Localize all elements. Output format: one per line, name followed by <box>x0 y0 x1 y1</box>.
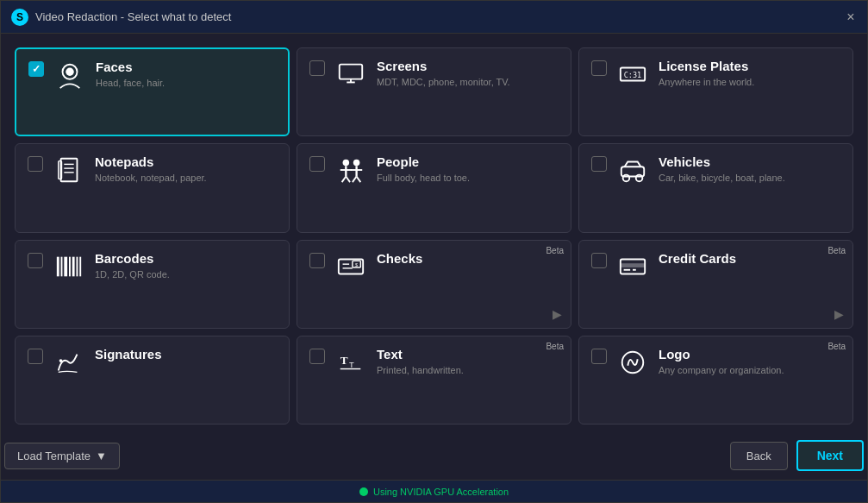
card-notepads-desc: Notebook, notepad, paper. <box>95 172 277 184</box>
svg-text:C:31: C:31 <box>624 71 641 79</box>
card-notepads[interactable]: Notepads Notebook, notepad, paper. <box>15 143 290 232</box>
card-barcodes-title: Barcodes <box>95 251 277 266</box>
svg-line-20 <box>353 177 357 183</box>
checkbox-vehicles[interactable] <box>591 156 607 172</box>
credit-cards-beta-badge: Beta <box>827 246 846 255</box>
checkbox-checks[interactable] <box>309 253 325 268</box>
status-bar: Using NVIDIA GPU Acceleration <box>1 480 867 502</box>
card-faces-info: Faces Head, face, hair. <box>96 60 276 89</box>
face-icon <box>54 60 85 91</box>
card-signatures[interactable]: Signatures <box>15 336 290 424</box>
checkbox-faces[interactable] <box>28 61 44 77</box>
card-logo-title: Logo <box>659 347 840 362</box>
card-screens[interactable]: Screens MDT, MDC, phone, monitor, TV. <box>297 47 571 136</box>
card-text[interactable]: Beta T T Text Printed, handwritten. <box>297 336 571 424</box>
gpu-status-text: Using NVIDIA GPU Acceleration <box>373 487 509 497</box>
gpu-status-icon <box>359 487 368 496</box>
svg-rect-29 <box>72 256 75 276</box>
card-people[interactable]: People Full body, head to toe. <box>297 143 571 232</box>
card-screens-title: Screens <box>377 59 559 73</box>
load-template-label: Load Template <box>17 450 91 462</box>
card-signatures-info: Signatures <box>95 347 277 364</box>
svg-point-17 <box>353 160 360 167</box>
card-vehicles[interactable]: Vehicles Car, bike, bicycle, boat, plane… <box>578 143 853 232</box>
checks-expand-icon: ▶ <box>553 307 562 321</box>
signature-icon <box>53 347 84 378</box>
logo-beta-badge: Beta <box>827 342 846 351</box>
svg-rect-27 <box>64 256 67 276</box>
credit-cards-expand-icon: ▶ <box>834 307 844 321</box>
text-beta-badge: Beta <box>546 342 564 351</box>
card-logo[interactable]: Beta Logo Any company or organization. <box>578 336 853 424</box>
checkbox-credit-cards[interactable] <box>591 253 607 268</box>
barcode-icon <box>53 251 84 282</box>
checkbox-notepads[interactable] <box>28 156 43 172</box>
svg-point-12 <box>343 160 350 167</box>
card-signatures-title: Signatures <box>95 347 277 362</box>
next-button[interactable]: Next <box>796 440 864 471</box>
card-checks[interactable]: Beta $ Checks ▶ <box>297 240 571 329</box>
svg-point-41 <box>59 359 63 362</box>
window-title: Video Redaction - Select what to detect <box>35 10 231 23</box>
load-template-button[interactable]: Load Template ▼ <box>4 443 120 469</box>
detection-grid: Faces Head, face, hair. Screens MDT, MDC… <box>15 47 853 424</box>
card-checks-info: Checks <box>377 251 559 268</box>
card-license-plates-info: License Plates Anywhere in the world. <box>659 59 840 88</box>
card-license-plates-title: License Plates <box>659 59 840 73</box>
card-checks-title: Checks <box>377 251 559 266</box>
card-text-info: Text Printed, handwritten. <box>377 347 559 376</box>
card-barcodes[interactable]: Barcodes 1D, 2D, QR code. <box>15 240 290 329</box>
title-bar-left: S Video Redaction - Select what to detec… <box>11 9 231 26</box>
checkbox-text[interactable] <box>309 349 325 364</box>
app-logo-icon: S <box>11 9 28 26</box>
svg-point-1 <box>66 68 73 76</box>
footer-actions: Back Next <box>730 440 864 471</box>
screen-icon <box>335 59 366 90</box>
svg-text:T: T <box>340 354 348 367</box>
checkbox-logo[interactable] <box>591 349 607 364</box>
people-icon <box>335 154 366 185</box>
svg-text:T: T <box>349 359 354 368</box>
svg-line-15 <box>342 177 347 183</box>
card-faces[interactable]: Faces Head, face, hair. <box>15 47 290 136</box>
checkbox-barcodes[interactable] <box>28 253 43 268</box>
main-content: Faces Head, face, hair. Screens MDT, MDC… <box>1 34 867 431</box>
footer: Load Template ▼ Back Next <box>1 431 867 480</box>
card-text-desc: Printed, handwritten. <box>377 364 559 376</box>
card-logo-desc: Any company or organization. <box>659 364 840 376</box>
card-vehicles-title: Vehicles <box>659 154 840 169</box>
card-people-title: People <box>377 154 559 169</box>
card-faces-desc: Head, face, hair. <box>96 77 276 89</box>
main-window: S Video Redaction - Select what to detec… <box>0 0 868 503</box>
checks-beta-badge: Beta <box>546 246 564 255</box>
checkbox-screens[interactable] <box>309 60 325 76</box>
card-credit-cards[interactable]: Beta Credit Cards ▶ <box>578 240 853 329</box>
svg-rect-31 <box>79 256 81 276</box>
card-notepads-info: Notepads Notebook, notepad, paper. <box>95 154 277 184</box>
svg-line-16 <box>346 177 350 183</box>
svg-rect-2 <box>340 65 362 79</box>
card-text-title: Text <box>377 347 559 362</box>
svg-rect-26 <box>61 256 63 276</box>
close-button[interactable]: × <box>845 11 857 23</box>
checkbox-people[interactable] <box>309 156 325 172</box>
checkbox-license-plates[interactable] <box>591 60 607 76</box>
card-people-info: People Full body, head to toe. <box>377 154 559 184</box>
svg-rect-25 <box>57 256 59 276</box>
svg-rect-7 <box>61 159 78 181</box>
card-license-plates[interactable]: C:31 License Plates Anywhere in the worl… <box>578 47 853 136</box>
card-screens-desc: MDT, MDC, phone, monitor, TV. <box>377 76 559 88</box>
license-plate-icon: C:31 <box>617 59 648 90</box>
back-button[interactable]: Back <box>730 442 788 470</box>
card-barcodes-info: Barcodes 1D, 2D, QR code. <box>95 251 277 280</box>
svg-rect-28 <box>69 256 71 276</box>
checkbox-signatures[interactable] <box>28 349 43 364</box>
logo-icon <box>617 347 648 378</box>
text-icon: T T <box>335 347 366 378</box>
svg-rect-38 <box>621 263 645 267</box>
card-barcodes-desc: 1D, 2D, QR code. <box>95 268 277 280</box>
check-icon: $ <box>335 251 366 282</box>
title-bar: S Video Redaction - Select what to detec… <box>1 1 867 34</box>
vehicle-icon <box>617 154 648 185</box>
card-license-plates-desc: Anywhere in the world. <box>659 76 840 88</box>
